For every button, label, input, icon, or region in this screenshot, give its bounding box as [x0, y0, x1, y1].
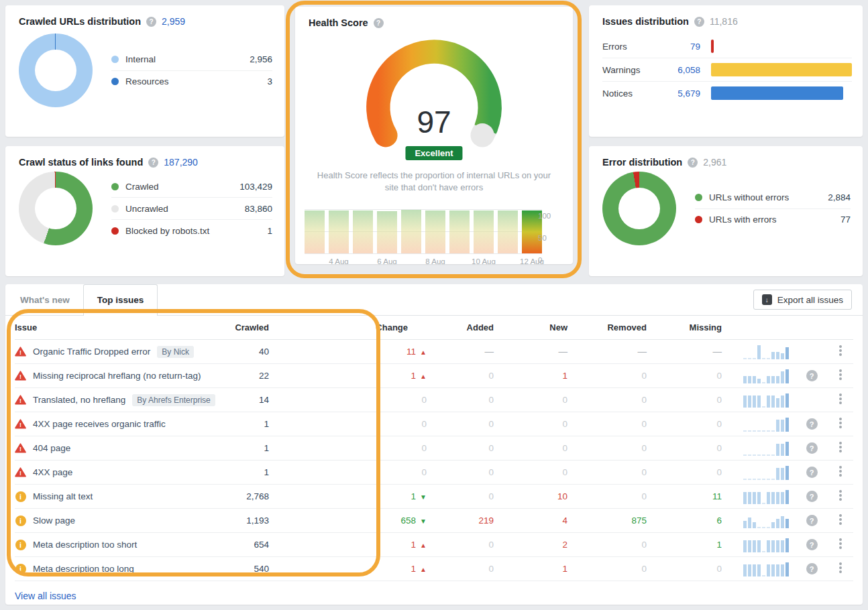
removed-value: 875: [567, 509, 647, 533]
legend-value: 3: [267, 76, 272, 86]
help-icon[interactable]: ?: [148, 158, 158, 168]
issue-link[interactable]: Missing alt text: [33, 491, 93, 501]
help-icon[interactable]: ?: [146, 17, 156, 27]
missing-value: 0: [647, 412, 722, 436]
legend-value: 2,884: [828, 192, 851, 202]
card-total: 11,816: [710, 16, 738, 27]
history-bar: [498, 210, 518, 253]
row-help-icon[interactable]: ?: [806, 539, 818, 550]
row-help-icon[interactable]: ?: [806, 515, 818, 526]
dist-value[interactable]: 79: [656, 42, 700, 52]
crawled-value[interactable]: 1: [215, 412, 269, 436]
dist-value[interactable]: 6,058: [656, 65, 700, 75]
row-menu-icon[interactable]: [835, 343, 846, 359]
svg-text:!: !: [19, 349, 21, 356]
crawled-value[interactable]: 1: [215, 461, 269, 485]
legend-item: URLs without errors 2,884: [695, 187, 851, 209]
dist-label: Notices: [602, 88, 656, 99]
column-issue[interactable]: Issue: [15, 316, 215, 340]
help-icon[interactable]: ?: [374, 18, 384, 28]
row-menu-icon[interactable]: [835, 487, 846, 503]
export-all-issues-button[interactable]: ↓ Export all issues: [753, 290, 852, 310]
tab-top-issues[interactable]: Top issues: [83, 284, 158, 316]
removed-value: 0: [567, 557, 647, 581]
legend-dot: [111, 183, 119, 190]
column-new[interactable]: New: [494, 316, 567, 340]
trend-sparkline: [722, 489, 796, 504]
added-value: 0: [427, 461, 494, 485]
legend-dot: [111, 205, 119, 212]
card-total[interactable]: 2,959: [162, 16, 185, 27]
svg-text:!: !: [19, 373, 21, 380]
crawled-value[interactable]: 2,768: [215, 485, 269, 509]
row-menu-icon[interactable]: [835, 391, 846, 407]
new-value: 0: [494, 388, 567, 412]
issue-badge: By Ahrefs Enterprise: [132, 394, 215, 406]
row-menu-icon[interactable]: [835, 415, 846, 431]
row-help-icon[interactable]: ?: [806, 491, 818, 502]
row-menu-icon[interactable]: [835, 439, 846, 455]
row-menu-icon[interactable]: [835, 463, 846, 479]
legend-item: URLs with errors 77: [695, 209, 851, 231]
change-value: 0: [269, 461, 427, 485]
column-missing[interactable]: Missing: [647, 316, 722, 340]
history-bar: [353, 210, 373, 253]
column-crawled[interactable]: Crawled: [215, 316, 269, 340]
tab-whats-new[interactable]: What's new: [7, 285, 83, 315]
issue-link[interactable]: Translated, no hreflang: [33, 395, 125, 405]
issue-link[interactable]: Meta description too short: [33, 540, 137, 550]
issues-table: Issue Crawled Change Added New Removed M…: [15, 316, 853, 581]
issue-link[interactable]: 404 page: [33, 443, 70, 453]
issue-link[interactable]: Organic Traffic Dropped error: [33, 347, 150, 357]
help-icon[interactable]: ?: [694, 17, 704, 27]
view-all-issues-link[interactable]: View all issues: [15, 591, 76, 601]
issue-link[interactable]: 4XX page: [33, 467, 72, 477]
help-icon[interactable]: ?: [688, 158, 698, 168]
issue-link[interactable]: Slow page: [33, 515, 75, 526]
missing-value: 1: [647, 533, 722, 557]
crawled-value[interactable]: 14: [215, 388, 269, 412]
crawled-value[interactable]: 22: [215, 364, 269, 388]
row-menu-icon[interactable]: [835, 560, 846, 576]
crawled-value[interactable]: 40: [215, 340, 269, 364]
row-menu-icon[interactable]: [835, 511, 846, 528]
change-value: 0: [269, 388, 427, 412]
row-help-icon[interactable]: ?: [806, 442, 818, 454]
table-header-row: Issue Crawled Change Added New Removed M…: [15, 316, 853, 340]
history-bar: [474, 210, 494, 253]
row-help-icon[interactable]: ?: [806, 467, 818, 478]
card-total[interactable]: 187,290: [164, 157, 198, 168]
warning-icon: i: [15, 540, 26, 550]
column-added[interactable]: Added: [427, 316, 494, 340]
removed-value: —: [567, 340, 647, 364]
column-change[interactable]: Change: [269, 316, 427, 340]
legend-label: Blocked by robots.txt: [125, 226, 209, 236]
issue-link[interactable]: Missing reciprocal hreflang (no return-t…: [33, 371, 201, 381]
dist-value[interactable]: 5,679: [656, 88, 700, 99]
table-row: i Meta description too long 540 1▲ 0 1 0…: [15, 557, 853, 581]
row-help-icon[interactable]: ?: [806, 370, 818, 381]
issue-link[interactable]: 4XX page receives organic traffic: [33, 419, 166, 429]
table-row: ! Organic Traffic Dropped error By Nick …: [15, 340, 853, 364]
table-row: i Slow page 1,193 658▼ 219 4 875 6 ?: [15, 509, 853, 533]
trend-sparkline: [722, 344, 796, 359]
row-help-icon[interactable]: ?: [806, 563, 818, 574]
missing-value: 0: [647, 364, 722, 388]
issue-link[interactable]: Meta description too long: [33, 564, 134, 574]
legend-dot: [111, 227, 119, 235]
crawled-value[interactable]: 1: [215, 436, 269, 461]
trend-sparkline: [722, 416, 796, 432]
added-value: 0: [427, 557, 494, 581]
crawled-value[interactable]: 654: [215, 533, 269, 557]
row-help-icon[interactable]: ?: [806, 418, 818, 430]
table-row: ! Translated, no hreflang By Ahrefs Ente…: [15, 388, 853, 412]
change-value: 11▲: [269, 340, 427, 364]
column-removed[interactable]: Removed: [567, 316, 647, 340]
row-menu-icon[interactable]: [835, 367, 846, 383]
change-value: 0: [269, 412, 427, 436]
crawled-value[interactable]: 1,193: [215, 509, 269, 533]
row-menu-icon[interactable]: [835, 536, 846, 552]
legend-dot: [695, 194, 702, 201]
crawled-value[interactable]: 540: [215, 557, 269, 581]
trend-sparkline: [722, 392, 796, 408]
